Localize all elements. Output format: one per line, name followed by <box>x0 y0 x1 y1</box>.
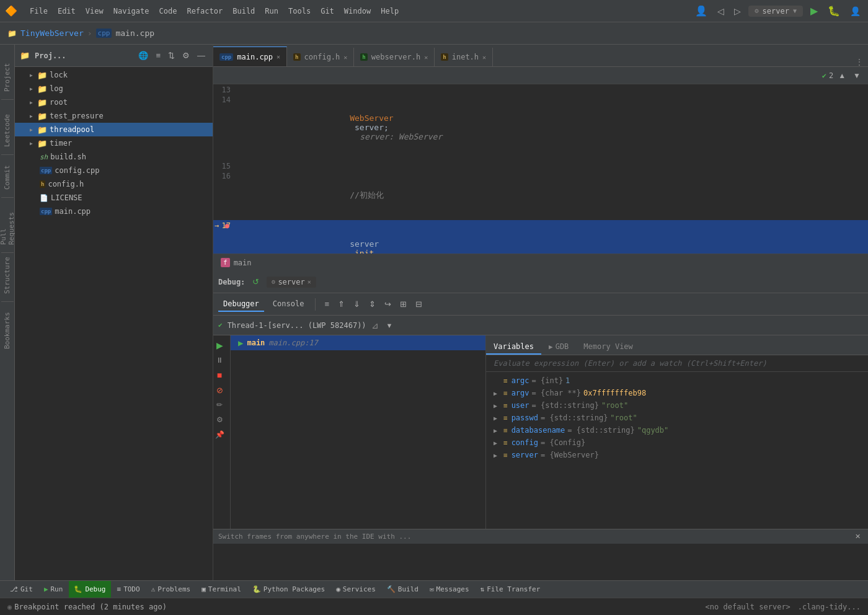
var-expand-databasename[interactable]: ▶ <box>494 427 501 434</box>
menu-view[interactable]: View <box>86 7 104 15</box>
tree-item-lock[interactable]: ▶ 📁 lock <box>15 68 213 82</box>
status-git[interactable]: ⎇ Git <box>5 581 38 598</box>
vars-tab-gdb[interactable]: ▶ GDB <box>541 340 576 355</box>
tree-item-threadpool[interactable]: ▶ 📁 threadpool <box>15 123 213 136</box>
line-content-16[interactable]: //初始化 <box>238 170 868 220</box>
status-python[interactable]: 🐍 Python Packages <box>247 581 330 598</box>
debug-list-btn[interactable]: ⊟ <box>413 298 425 310</box>
debug-session-close[interactable]: ✕ <box>308 278 311 285</box>
panel-scope-btn[interactable]: 🌐 <box>136 50 151 61</box>
panel-sort-btn[interactable]: ⇅ <box>166 50 177 61</box>
var-expand-config[interactable]: ▶ <box>494 440 501 446</box>
tab-more-menu[interactable]: ⋮ <box>851 58 868 66</box>
code-editor[interactable]: 13 14 WebServer server; <box>213 84 868 271</box>
vars-tab-variables[interactable]: Variables <box>486 340 541 355</box>
no-server-text[interactable]: <no default server> <box>706 603 790 611</box>
status-problems[interactable]: ⚠ Problems <box>146 581 196 598</box>
var-item-user[interactable]: ▶ ≡ user = {std::string} "root" <box>486 399 868 412</box>
line-content-14[interactable]: WebServer server; server: WebServer <box>238 94 868 161</box>
sidebar-commit-tab[interactable]: Commit <box>1 157 14 195</box>
debug-run-to-btn[interactable]: ↪ <box>382 298 394 310</box>
var-item-databasename[interactable]: ▶ ≡ databasename = {std::string} "qgydb" <box>486 424 868 436</box>
debug-grid-btn[interactable]: ⊞ <box>397 298 409 310</box>
debug-restart-btn[interactable]: ↺ <box>250 276 262 288</box>
debug-step-over-btn[interactable]: ⇑ <box>335 298 347 310</box>
eval-placeholder[interactable]: Evaluate expression (Enter) or add a wat… <box>494 359 767 368</box>
profile-button[interactable]: 👤 <box>693 4 710 18</box>
menu-run[interactable]: Run <box>265 7 278 15</box>
clang-tidy-text[interactable]: .clang-tidy... <box>798 603 861 611</box>
var-item-config[interactable]: ▶ ≡ config = {Config} <box>486 436 868 449</box>
next-error-btn[interactable]: ▼ <box>851 70 863 81</box>
tree-item-configcpp[interactable]: cpp config.cpp <box>15 164 213 177</box>
tab-configh[interactable]: h config.h ✕ <box>287 48 354 66</box>
profile-icon-btn[interactable]: 👤 <box>848 5 863 17</box>
back-button[interactable]: ◁ <box>715 5 727 17</box>
menu-git[interactable]: Git <box>321 7 334 15</box>
status-debug[interactable]: 🐛 Debug <box>69 581 110 598</box>
tree-item-configh[interactable]: h config.h <box>15 177 213 191</box>
breadcrumb-project[interactable]: TinyWebServer <box>20 29 84 38</box>
line-content-13[interactable] <box>238 84 868 94</box>
panel-settings-btn[interactable]: ⚙ <box>180 50 192 61</box>
menu-window[interactable]: Window <box>344 7 371 15</box>
debug-session-tab[interactable]: ⚙ server ✕ <box>267 277 316 288</box>
tree-item-root[interactable]: ▶ 📁 root <box>15 95 213 109</box>
debug-pin-btn[interactable]: 📌 <box>213 427 226 442</box>
tab-maincpp[interactable]: cpp main.cpp ✕ <box>213 46 287 66</box>
tab-ineth[interactable]: h inet.h ✕ <box>435 48 493 66</box>
sidebar-project-tab[interactable]: Project <box>1 47 14 97</box>
panel-close-btn[interactable]: — <box>195 50 208 61</box>
status-filetransfer[interactable]: ⇅ File Transfer <box>476 581 546 598</box>
var-item-argc[interactable]: ≡ argc = {int} 1 <box>486 374 868 387</box>
vars-tab-memview[interactable]: Memory View <box>576 340 640 355</box>
debug-step-into-btn[interactable]: ⇓ <box>351 298 363 310</box>
status-todo[interactable]: ≡ TODO <box>112 581 145 598</box>
forward-button[interactable]: ▷ <box>732 5 743 17</box>
debug-settings-btn[interactable]: ⚙ <box>213 412 226 427</box>
status-run[interactable]: ▶ Run <box>39 581 68 598</box>
frame-item-main[interactable]: ▶ main main.cpp:17 <box>231 335 485 350</box>
prev-error-btn[interactable]: ▲ <box>836 70 848 81</box>
sidebar-pull-tab[interactable]: Pull Requests <box>0 200 18 250</box>
status-build[interactable]: 🔨 Build <box>382 581 423 598</box>
sidebar-bookmarks-tab[interactable]: Bookmarks <box>1 304 14 354</box>
thread-label[interactable]: Thread-1-[serv... (LWP 582467)) <box>228 321 366 330</box>
menu-code[interactable]: Code <box>159 7 177 15</box>
var-expand-argv[interactable]: ▶ <box>494 390 501 397</box>
tree-item-log[interactable]: ▶ 📁 log <box>15 82 213 95</box>
tab-close-webserverh[interactable]: ✕ <box>424 54 428 61</box>
tab-close-configh[interactable]: ✕ <box>343 54 347 61</box>
debug-button[interactable]: 🐛 <box>825 4 843 18</box>
sidebar-leetcode-tab[interactable]: Leetcode <box>1 102 14 152</box>
filter-icon[interactable]: ⊿ <box>371 321 379 330</box>
menu-tools[interactable]: Tools <box>288 7 311 15</box>
sidebar-structure-tab[interactable]: Structure <box>1 255 14 299</box>
debug-mute-btn[interactable]: ⊘ <box>213 383 226 397</box>
tab-close-maincpp[interactable]: ✕ <box>277 53 280 60</box>
debug-edit-btn[interactable]: ✏ <box>213 397 226 412</box>
menu-edit[interactable]: Edit <box>58 7 76 15</box>
tab-close-ineth[interactable]: ✕ <box>482 54 486 61</box>
var-item-passwd[interactable]: ▶ ≡ passwd = {std::string} "root" <box>486 412 868 424</box>
menu-file[interactable]: File <box>30 7 48 15</box>
debugger-tab-btn[interactable]: Debugger <box>218 297 264 312</box>
tree-item-timer[interactable]: ▶ 📁 timer <box>15 136 213 150</box>
debug-stop-btn[interactable]: ■ <box>213 368 226 383</box>
tree-item-license[interactable]: 📄 LICENSE <box>15 191 213 205</box>
tree-item-test[interactable]: ▶ 📁 test_presure <box>15 109 213 123</box>
status-terminal[interactable]: ▣ Terminal <box>197 581 246 598</box>
debug-frames-btn[interactable]: ≡ <box>322 298 332 310</box>
menu-build[interactable]: Build <box>232 7 255 15</box>
menu-refactor[interactable]: Refactor <box>187 7 223 15</box>
panel-collapse-btn[interactable]: ≡ <box>153 50 163 61</box>
debug-resume-btn[interactable]: ▶ <box>213 338 226 353</box>
run-button[interactable]: ▶ <box>808 4 820 18</box>
run-config-dropdown[interactable]: ⚙ server ▼ <box>748 6 803 17</box>
status-services[interactable]: ◉ Services <box>331 581 381 598</box>
tree-item-maincpp[interactable]: cpp main.cpp <box>15 205 213 218</box>
breadcrumb-file[interactable]: main.cpp <box>115 29 154 38</box>
line-content-15[interactable] <box>238 161 868 170</box>
var-item-argv[interactable]: ▶ ≡ argv = {char **} 0x7fffffffeb98 <box>486 387 868 399</box>
tree-item-buildsh[interactable]: sh build.sh <box>15 150 213 164</box>
